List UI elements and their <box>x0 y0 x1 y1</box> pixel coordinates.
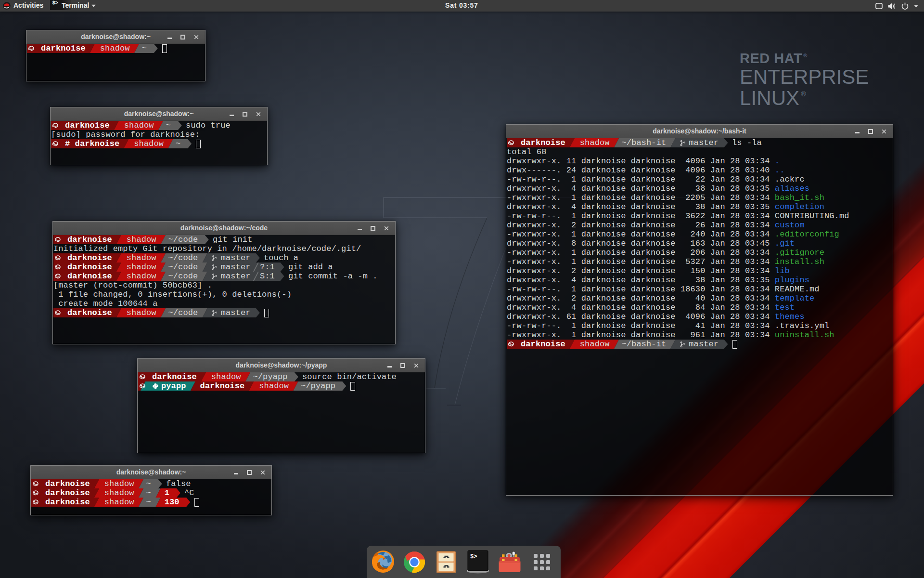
svg-text:darknoise: darknoise <box>67 263 112 272</box>
svg-text:?:1: ?:1 <box>260 263 275 272</box>
svg-text:shadow: shadow <box>104 498 135 507</box>
svg-text:darknoise: darknoise <box>521 340 565 349</box>
svg-text:~: ~ <box>146 498 151 507</box>
svg-text:shadow: shadow <box>580 340 610 349</box>
svg-text:130: 130 <box>165 498 180 507</box>
svg-text:~/bash-it: ~/bash-it <box>622 340 667 349</box>
svg-text:~/pyapp: ~/pyapp <box>301 381 335 391</box>
svg-text:shadow: shadow <box>127 308 157 317</box>
svg-text:shadow: shadow <box>104 479 135 488</box>
svg-text:~/code: ~/code <box>168 272 198 281</box>
svg-text:~: ~ <box>146 479 151 488</box>
svg-text:shadow: shadow <box>127 235 157 244</box>
svg-text:shadow: shadow <box>127 253 157 263</box>
svg-text:~: ~ <box>176 139 180 148</box>
svg-text:shadow: shadow <box>100 44 130 53</box>
svg-text:~/code: ~/code <box>168 253 198 263</box>
svg-text:~: ~ <box>142 44 147 53</box>
svg-text:darknoise: darknoise <box>45 498 90 507</box>
svg-text:shadow: shadow <box>124 121 154 130</box>
svg-text:pyapp: pyapp <box>161 381 186 391</box>
svg-text:darknoise: darknoise <box>67 253 112 263</box>
svg-text:~: ~ <box>166 121 171 130</box>
svg-text:master: master <box>689 138 719 147</box>
svg-text:darknoise: darknoise <box>45 488 90 498</box>
svg-text:master: master <box>221 253 251 263</box>
svg-text:shadow: shadow <box>127 263 157 272</box>
svg-text:# darknoise: # darknoise <box>65 139 119 148</box>
svg-text:master: master <box>221 263 251 272</box>
svg-text:~: ~ <box>146 488 151 498</box>
svg-text:darknoise: darknoise <box>41 44 86 53</box>
svg-text:darknoise: darknoise <box>152 372 197 381</box>
svg-text:darknoise: darknoise <box>65 121 110 130</box>
svg-text:1: 1 <box>165 488 169 498</box>
svg-text:darknoise: darknoise <box>521 138 565 147</box>
svg-text:$>: $> <box>470 553 477 560</box>
svg-text:shadow: shadow <box>580 138 610 147</box>
svg-text:~/pyapp: ~/pyapp <box>253 372 288 381</box>
svg-text:shadow: shadow <box>259 381 289 391</box>
svg-text:~/code: ~/code <box>168 308 198 317</box>
svg-text:$>: $> <box>52 0 59 6</box>
svg-text:darknoise: darknoise <box>67 235 112 244</box>
svg-text:darknoise: darknoise <box>67 272 112 281</box>
svg-text:~/code: ~/code <box>168 235 198 244</box>
svg-text:shadow: shadow <box>211 372 242 381</box>
svg-text:master: master <box>221 308 251 317</box>
svg-text:master: master <box>689 340 719 349</box>
svg-text:~/bash-it: ~/bash-it <box>622 138 667 147</box>
svg-text:~/code: ~/code <box>168 263 198 272</box>
svg-text:shadow: shadow <box>104 488 135 498</box>
svg-text:shadow: shadow <box>127 272 157 281</box>
svg-text:darknoise: darknoise <box>45 479 90 488</box>
svg-text:darknoise: darknoise <box>67 308 112 317</box>
svg-text:darknoise: darknoise <box>200 381 245 391</box>
svg-text:shadow: shadow <box>134 139 164 148</box>
svg-text:S:1: S:1 <box>260 272 275 281</box>
svg-text:master: master <box>221 272 251 281</box>
